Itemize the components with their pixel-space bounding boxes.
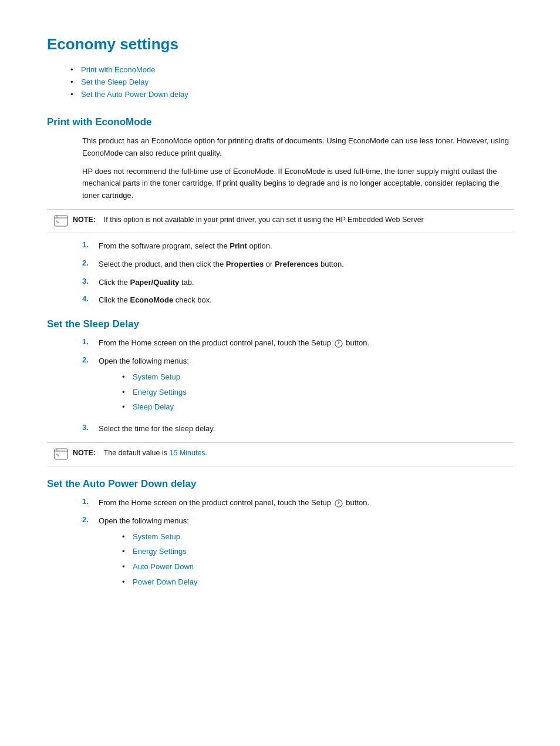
step2-text-mid: or: [264, 260, 275, 268]
svg-text:✎: ✎: [56, 220, 60, 225]
sleep-sub-item-2: Energy Settings: [122, 387, 189, 399]
content-area: Economy settings Print with EconoMode Se…: [47, 35, 513, 633]
step2-text-before: Select the product, and then click the: [99, 260, 226, 268]
econoMode-step2: 2. Select the product, and then click th…: [82, 258, 513, 271]
page-title: Economy settings: [47, 35, 513, 53]
section-title-econoMode: Print with EconoMode: [47, 116, 513, 128]
sleep-sub-list: System Setup Energy Settings Sleep Delay: [122, 371, 189, 414]
sleep-sub-link-2[interactable]: Energy Settings: [133, 388, 187, 396]
apd-sub-item-3: Auto Power Down: [122, 561, 198, 573]
step3-text-before: Click the: [99, 278, 130, 287]
sleep-step1-text: From the Home screen on the product cont…: [99, 337, 369, 350]
apd-sub-link-2[interactable]: Energy Settings: [133, 547, 187, 556]
step2-text-after: button.: [318, 260, 343, 268]
apd-sub-item-4: Power Down Delay: [122, 576, 198, 589]
step3-bold: Paper/Quality: [130, 278, 179, 287]
sleep-step1-main: From the Home screen on the product cont…: [99, 338, 331, 347]
apd-sub-item-1: System Setup: [122, 531, 198, 543]
toc-link-sleep-delay[interactable]: Set the Sleep Delay: [81, 78, 149, 86]
sleep-sub-item-3: Sleep Delay: [122, 401, 189, 414]
step-num-4: 4.: [82, 294, 99, 307]
sleep-step3: 3. Select the time for the sleep delay.: [82, 423, 513, 435]
toc-link-auto-power-down[interactable]: Set the Auto Power Down delay: [81, 90, 188, 99]
setup-icon-apd: [335, 499, 343, 508]
econoMode-step4: 4. Click the EconoMode check box.: [82, 294, 513, 307]
apd-step2-text: Open the following menus: System Setup E…: [99, 515, 198, 592]
apd-step1-main: From the Home screen on the product cont…: [99, 498, 331, 507]
econoMode-para1: This product has an EconoMode option for…: [82, 135, 513, 160]
page-wrapper: Economy settings Print with EconoMode Se…: [47, 35, 513, 746]
apd-sub-link-3[interactable]: Auto Power Down: [133, 562, 194, 571]
step2-bold2: Preferences: [275, 260, 318, 268]
sleep-step2-text: Open the following menus: System Setup E…: [99, 355, 189, 417]
step1-text: From the software program, select the Pr…: [99, 240, 272, 253]
apd-step1: 1. From the Home screen on the product c…: [82, 497, 513, 509]
sleep-step-num-2: 2.: [82, 355, 99, 417]
setup-icon-sleep: [335, 340, 343, 348]
sleep-sub-item-1: System Setup: [122, 371, 189, 384]
step3-text: Click the Paper/Quality tab.: [99, 277, 194, 289]
step2-bold1: Properties: [226, 260, 264, 268]
apd-sub-link-1[interactable]: System Setup: [133, 532, 180, 541]
toc-link-econoMode[interactable]: Print with EconoMode: [81, 65, 155, 74]
econoMode-note-text: [97, 216, 102, 224]
sleep-step-num-1: 1.: [82, 337, 99, 350]
sleep-step3-text: Select the time for the sleep delay.: [99, 423, 215, 435]
sleep-step2: 2. Open the following menus: System Setu…: [82, 355, 513, 417]
econoMode-para2: HP does not recommend the full-time use …: [82, 166, 513, 202]
sleep-note-highlight: 15 Minutes: [169, 449, 205, 457]
sleep-note-text-before: The default value is: [104, 449, 170, 457]
apd-step2: 2. Open the following menus: System Setu…: [82, 515, 513, 592]
note-icon: ✎: [54, 215, 68, 228]
sleep-sub-link-3[interactable]: Sleep Delay: [133, 402, 174, 411]
step1-bold: Print: [230, 241, 247, 250]
apd-step-num-1: 1.: [82, 497, 99, 509]
apd-sub-list: System Setup Energy Settings Auto Power …: [122, 531, 198, 589]
econoMode-step3: 3. Click the Paper/Quality tab.: [82, 277, 513, 289]
sleep-step1: 1. From the Home screen on the product c…: [82, 337, 513, 350]
econoMode-note-body: If this option is not available in your …: [104, 216, 424, 224]
section-title-auto-power-down: Set the Auto Power Down delay: [47, 478, 513, 490]
note-icon-sleep: ✎: [54, 448, 68, 461]
svg-text:✎: ✎: [56, 453, 60, 458]
sleep-sub-link-1[interactable]: System Setup: [133, 372, 180, 381]
step1-text-after: option.: [247, 241, 272, 250]
econoMode-note-box: ✎ NOTE: If this option is not available …: [47, 209, 513, 233]
econoMode-note-content: NOTE: If this option is not available in…: [73, 214, 424, 226]
step-num-3: 3.: [82, 277, 99, 289]
sleep-note-content: NOTE: The default value is 15 Minutes.: [73, 448, 207, 459]
sleep-note-text-after: .: [205, 449, 207, 457]
step2-text: Select the product, and then click the P…: [99, 258, 344, 271]
step4-text-after: check box.: [173, 295, 212, 304]
econoMode-step1: 1. From the software program, select the…: [82, 240, 513, 253]
sleep-note-label: NOTE:: [73, 449, 96, 457]
sleep-step1-after: button.: [346, 338, 369, 347]
sleep-step-num-3: 3.: [82, 423, 99, 435]
sleep-note-box: ✎ NOTE: The default value is 15 Minutes.: [47, 442, 513, 466]
toc-item-2: Set the Sleep Delay: [70, 78, 513, 86]
step-num-2: 2.: [82, 258, 99, 271]
toc-item-3: Set the Auto Power Down delay: [70, 90, 513, 99]
apd-step-num-2: 2.: [82, 515, 99, 592]
apd-sub-item-2: Energy Settings: [122, 546, 198, 558]
apd-step1-text: From the Home screen on the product cont…: [99, 497, 369, 509]
step4-text: Click the EconoMode check box.: [99, 294, 212, 307]
apd-step1-after: button.: [346, 498, 369, 507]
econoMode-note-label: NOTE:: [73, 216, 96, 224]
toc-item-1: Print with EconoMode: [70, 65, 513, 74]
toc-list: Print with EconoMode Set the Sleep Delay…: [70, 65, 513, 99]
step3-text-after: tab.: [179, 278, 194, 287]
step1-text-before: From the software program, select the: [99, 241, 230, 250]
apd-sub-link-4[interactable]: Power Down Delay: [133, 577, 198, 586]
step4-text-before: Click the: [99, 295, 130, 304]
section-title-sleep-delay: Set the Sleep Delay: [47, 318, 513, 330]
step4-bold: EconoMode: [130, 295, 173, 304]
step-num-1: 1.: [82, 240, 99, 253]
